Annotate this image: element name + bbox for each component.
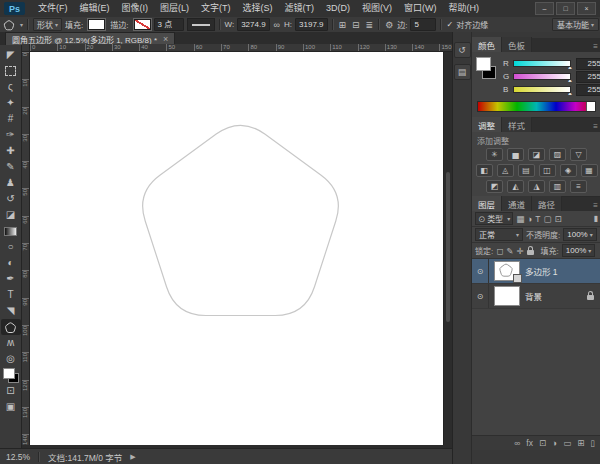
layers-tab[interactable]: 通道 (502, 196, 532, 211)
color-spectrum-bar[interactable] (477, 101, 596, 112)
filter-type-icon[interactable]: T (535, 214, 540, 224)
stroke-style-dropdown[interactable] (187, 18, 215, 31)
blur-tool[interactable]: ○ (1, 239, 21, 255)
adjustment-icon[interactable]: ◬ (497, 164, 514, 177)
color-swatches[interactable] (1, 367, 21, 383)
menu-item[interactable]: 图层(L) (154, 0, 195, 17)
blend-mode-dropdown[interactable]: 正常 ▾ (475, 228, 523, 241)
fill-swatch[interactable] (88, 19, 105, 30)
layer-row[interactable]: ⊙多边形 1 (472, 259, 600, 284)
eyedropper-tool[interactable]: ✑ (1, 127, 21, 143)
stroke-width-field[interactable]: 3 点 (154, 18, 184, 31)
crop-tool[interactable]: # (1, 111, 21, 127)
delete-layer-icon[interactable]: ▯ (590, 439, 595, 448)
healing-brush-tool[interactable]: ✚ (1, 143, 21, 159)
width-field[interactable]: 3274.9 (237, 18, 269, 31)
workspace-switcher[interactable]: 基本功能 ▾ (552, 18, 599, 31)
layer-thumbnail[interactable] (494, 286, 520, 306)
adjustment-icon[interactable]: ◮ (528, 180, 545, 193)
shape-mode-dropdown[interactable]: 形状 ▾ (33, 18, 62, 31)
path-operations-icon[interactable]: ⊞ (338, 20, 348, 30)
panel-menu-icon[interactable]: ≡ (590, 201, 600, 211)
color-tab[interactable]: 颜色 (472, 37, 502, 52)
dodge-tool[interactable]: ◐ (1, 255, 21, 271)
adjustment-icon[interactable]: ◩ (486, 180, 503, 193)
path-selection-tool[interactable]: ◥ (1, 303, 21, 319)
adjustment-icon[interactable]: ◪ (528, 148, 545, 161)
adjustments-tab[interactable]: 调整 (472, 117, 502, 132)
channel-slider[interactable] (513, 86, 571, 93)
link-dimensions-icon[interactable]: ∞ (273, 20, 281, 30)
adjustment-icon[interactable]: ▅ (507, 148, 524, 161)
lock-all-icon[interactable] (527, 250, 534, 255)
clone-stamp-tool[interactable]: ♟ (1, 175, 21, 191)
zoom-tool[interactable]: ◎ (1, 351, 21, 367)
adjustment-icon[interactable]: ▤ (518, 164, 535, 177)
path-alignment-icon[interactable]: ⊟ (351, 20, 361, 30)
menu-item[interactable]: 3D(D) (320, 0, 356, 17)
adjustment-icon[interactable]: ▽ (570, 148, 587, 161)
polygon-tool-icon[interactable] (3, 19, 15, 31)
adjustment-icon[interactable]: ◭ (507, 180, 524, 193)
status-flyout-arrow-icon[interactable]: ▶ (130, 453, 135, 461)
layer-name[interactable]: 多边形 1 (525, 265, 558, 277)
lock-position-icon[interactable]: ✛ (516, 246, 523, 256)
adjustments-tab[interactable]: 样式 (502, 117, 532, 132)
adjustment-icon[interactable]: ≡ (570, 180, 587, 193)
menu-item[interactable]: 图像(I) (116, 0, 155, 17)
layers-tab[interactable]: 路径 (532, 196, 562, 211)
move-tool[interactable]: ◤ (1, 47, 21, 63)
adjustment-icon[interactable]: ✳ (486, 148, 503, 161)
menu-item[interactable]: 滤镜(T) (279, 0, 321, 17)
filter-adjustment-icon[interactable]: ◑ (527, 214, 532, 224)
layer-row[interactable]: ⊙背景 (472, 284, 600, 309)
stroke-swatch[interactable] (134, 19, 151, 30)
shape-tool[interactable] (1, 319, 21, 335)
height-field[interactable]: 3197.9 (295, 18, 327, 31)
new-group-icon[interactable]: ▭ (563, 439, 571, 448)
color-tab[interactable]: 色板 (502, 37, 532, 52)
lock-pixels-icon[interactable]: ✎ (506, 246, 513, 256)
maximize-button[interactable]: □ (556, 2, 575, 15)
panel-menu-icon[interactable]: ≡ (590, 42, 600, 52)
gradient-tool[interactable] (1, 223, 21, 239)
filter-shape-icon[interactable]: ▢ (544, 214, 552, 224)
foreground-background-swatches[interactable] (476, 57, 498, 79)
filter-smart-object-icon[interactable]: ⊡ (555, 214, 562, 224)
minimize-button[interactable]: – (535, 2, 554, 15)
adjustment-icon[interactable]: ▨ (549, 148, 566, 161)
layers-tab[interactable]: 图层 (472, 196, 502, 211)
visibility-eye-icon[interactable]: ⊙ (472, 284, 489, 308)
channel-value[interactable]: 255 (576, 58, 600, 70)
adjustment-icon[interactable]: ▥ (549, 180, 566, 193)
channel-value[interactable]: 255 (576, 84, 600, 96)
menu-item[interactable]: 编辑(E) (74, 0, 116, 17)
menu-item[interactable]: 窗口(W) (398, 0, 443, 17)
menu-item[interactable]: 选择(S) (237, 0, 279, 17)
menu-item[interactable]: 帮助(H) (443, 0, 486, 17)
menu-item[interactable]: 文件(F) (32, 0, 74, 17)
sides-field[interactable]: 5 (410, 18, 436, 31)
scrollbar-thumb[interactable] (446, 172, 450, 322)
fill-opacity-dropdown[interactable]: 100% ▾ (562, 244, 595, 257)
visibility-eye-icon[interactable]: ⊙ (472, 259, 489, 283)
screen-mode-button[interactable]: ▣ (1, 399, 21, 415)
history-panel-icon[interactable]: ↺ (454, 42, 471, 58)
close-icon[interactable]: × (163, 35, 168, 44)
eraser-tool[interactable]: ◪ (1, 207, 21, 223)
tool-preset-caret-icon[interactable]: ▾ (20, 21, 23, 28)
document-canvas[interactable] (30, 52, 443, 445)
layer-mask-icon[interactable]: ⊡ (539, 439, 546, 448)
pen-tool[interactable]: ✒ (1, 271, 21, 287)
layer-thumbnail[interactable] (494, 261, 520, 281)
properties-panel-icon[interactable]: ▤ (454, 64, 471, 80)
horizontal-ruler[interactable]: 0102030405060708090100110120130140150 (30, 44, 452, 52)
brush-tool[interactable]: ✎ (1, 159, 21, 175)
foreground-color-swatch[interactable] (3, 368, 15, 379)
adjustment-icon[interactable]: ◧ (476, 164, 493, 177)
new-layer-icon[interactable]: ⊞ (577, 439, 584, 448)
filter-kind-dropdown[interactable]: ⊙ 类型 ▾ (475, 212, 513, 225)
quick-selection-tool[interactable]: ✦ (1, 95, 21, 111)
lasso-tool[interactable]: ς (1, 79, 21, 95)
opacity-dropdown[interactable]: 100% ▾ (563, 228, 596, 241)
